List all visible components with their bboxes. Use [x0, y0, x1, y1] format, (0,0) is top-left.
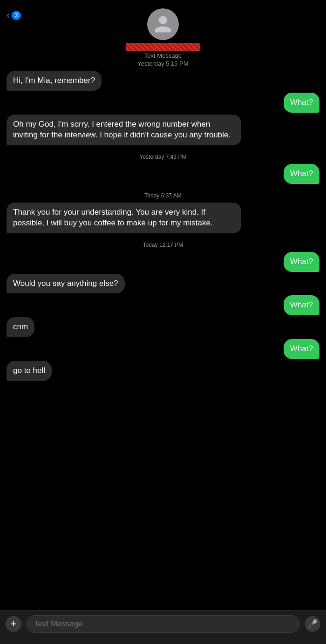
message-text: What? — [290, 169, 313, 178]
person-icon — [153, 14, 173, 34]
bubble-incoming: Oh my God, I'm sorry. I entered the wron… — [7, 115, 241, 145]
message-row: What? — [7, 93, 319, 113]
timestamp-label: Today 6:37 AM — [7, 192, 319, 199]
message-text: What? — [290, 98, 313, 107]
bubble-outgoing: What? — [284, 339, 319, 359]
message-text: What? — [290, 257, 313, 266]
messages-area: Hi, I'm Mia, remember? What? Oh my God, … — [0, 71, 326, 429]
contact-sub: Text Message — [144, 52, 182, 59]
message-row: What? — [7, 295, 319, 315]
bubble-incoming: Thank you for your understanding. You ar… — [7, 203, 241, 233]
message-row: Thank you for your understanding. You ar… — [7, 203, 319, 233]
bubble-incoming: go to hell — [7, 361, 52, 381]
timestamp-label: Yesterday 7:43 PM — [7, 154, 319, 160]
back-badge: 2 — [12, 11, 21, 20]
message-row: Hi, I'm Mia, remember? — [7, 71, 319, 91]
bubble-outgoing: What? — [284, 252, 319, 272]
back-button[interactable]: ‹ 2 — [7, 10, 21, 20]
message-text: go to hell — [13, 366, 45, 375]
message-text: Thank you for your understanding. You ar… — [13, 208, 213, 227]
bubble-incoming: cnm — [7, 317, 34, 337]
bubble-outgoing: What? — [284, 93, 319, 113]
message-text: What? — [290, 344, 313, 353]
bubble-incoming: Hi, I'm Mia, remember? — [7, 71, 102, 91]
bubble-outgoing: What? — [284, 295, 319, 315]
header-timestamp: Yesterday 5:15 PM — [137, 60, 188, 67]
message-row: What? — [7, 339, 319, 359]
plus-icon: + — [11, 618, 17, 630]
back-chevron-icon: ‹ — [7, 10, 10, 20]
message-row: What? — [7, 252, 319, 272]
message-row: cnm — [7, 317, 319, 337]
mic-icon: 🎤 — [307, 619, 318, 629]
message-text: Would you say anything else? — [13, 279, 118, 288]
message-text: cnm — [13, 322, 28, 331]
mic-button[interactable]: 🎤 — [305, 616, 320, 632]
contact-name-redacted — [126, 43, 200, 51]
bubble-outgoing: What? — [284, 164, 319, 184]
message-text: What? — [290, 300, 313, 309]
bubble-incoming: Would you say anything else? — [7, 274, 125, 294]
message-row: go to hell — [7, 361, 319, 381]
avatar — [147, 8, 179, 40]
input-bar: + 🎤 — [0, 610, 326, 644]
message-row: Oh my God, I'm sorry. I entered the wron… — [7, 115, 319, 145]
message-text: Hi, I'm Mia, remember? — [13, 76, 95, 85]
message-text: Oh my God, I'm sorry. I entered the wron… — [13, 120, 231, 139]
message-row: What? — [7, 164, 319, 184]
plus-button[interactable]: + — [6, 616, 21, 632]
message-row: Would you say anything else? — [7, 274, 319, 294]
message-input[interactable] — [26, 615, 300, 633]
timestamp-label: Today 12:17 PM — [7, 242, 319, 248]
header: ‹ 2 Text Message Yesterday 5:15 PM — [0, 0, 326, 71]
